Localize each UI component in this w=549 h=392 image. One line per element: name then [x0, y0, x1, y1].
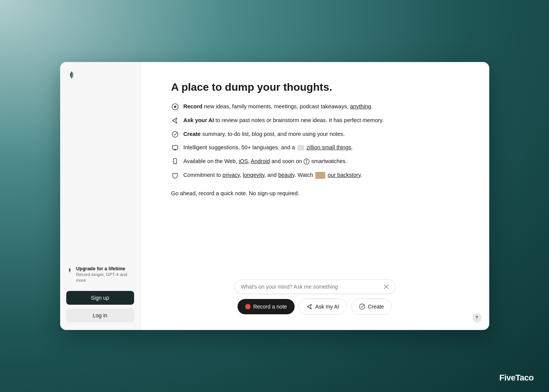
- feature-create: Create summary, to-do list, blog post, a…: [171, 130, 459, 139]
- search-input-row: [234, 279, 395, 294]
- svg-point-1: [174, 106, 176, 108]
- zillion-link[interactable]: zillion small things: [306, 144, 351, 150]
- ask-ai-icon: [171, 117, 179, 124]
- create-icon: [171, 131, 179, 138]
- ask-my-ai-button[interactable]: Ask my AI: [298, 299, 347, 315]
- sidebar-bottom: Upgrade for a lifetime Record longer, GP…: [66, 264, 134, 322]
- help-button[interactable]: ?: [472, 313, 482, 322]
- upgrade-section: Upgrade for a lifetime Record longer, GP…: [66, 264, 134, 287]
- send-icon: [306, 304, 313, 310]
- longevity-link[interactable]: longevity: [243, 172, 264, 178]
- feature-intelligent: Intelligent suggestions, 50+ languages, …: [171, 144, 459, 152]
- search-clear-button[interactable]: [383, 284, 389, 289]
- record-dot-icon: [245, 304, 251, 309]
- feature-ask-ai-text: Ask your AI to review past notes or brai…: [184, 116, 384, 125]
- login-button[interactable]: Log in: [66, 309, 134, 322]
- upgrade-subtitle: Record longer, GPT-4 and more: [76, 272, 134, 283]
- sidebar: Upgrade for a lifetime Record longer, GP…: [60, 62, 141, 330]
- svg-point-5: [175, 163, 175, 163]
- brand-footer: FiveTaco: [499, 373, 534, 383]
- svg-point-8: [359, 304, 365, 309]
- sidebar-logo: [66, 70, 134, 80]
- app-logo-icon: [66, 70, 77, 80]
- feature-record-text: Record new ideas, family moments, meetin…: [184, 103, 373, 111]
- feature-commitment-text: Commitment to privacy, longevity, and be…: [184, 171, 362, 180]
- feature-commitment: Commitment to privacy, longevity, and be…: [171, 171, 459, 180]
- feature-available-text: Available on the Web, iOS, Android and s…: [184, 157, 347, 166]
- upgrade-icon: [66, 266, 73, 273]
- record-icon: [171, 103, 179, 111]
- android-link[interactable]: Android: [251, 158, 270, 164]
- svg-rect-3: [172, 145, 178, 149]
- features-list: Record new ideas, family moments, meetin…: [171, 103, 459, 180]
- backstory-link[interactable]: our backstory: [328, 172, 361, 178]
- anything-link[interactable]: anything: [350, 103, 371, 109]
- smart-icon: [171, 144, 179, 152]
- feature-intelligent-text: Intelligent suggestions, 50+ languages, …: [184, 144, 353, 152]
- create-button[interactable]: Create: [351, 299, 392, 315]
- close-icon: [383, 284, 389, 289]
- feature-ask-ai: Ask your AI to review past notes or brai…: [171, 116, 459, 125]
- ask-my-ai-label: Ask my AI: [315, 304, 339, 310]
- svg-point-7: [306, 160, 307, 161]
- upgrade-text: Upgrade for a lifetime Record longer, GP…: [76, 266, 134, 283]
- commitment-icon: [171, 172, 179, 179]
- cta-text: Go ahead, record a quick note. No sign-u…: [171, 190, 459, 196]
- record-note-label: Record a note: [253, 304, 287, 310]
- feature-create-text: Create summary, to-do list, blog post, a…: [184, 130, 345, 139]
- main-content: A place to dump your thoughts. Record ne…: [141, 62, 489, 330]
- upgrade-title: Upgrade for a lifetime: [76, 266, 134, 272]
- privacy-link[interactable]: privacy: [223, 172, 240, 178]
- phone-icon: [171, 158, 179, 165]
- app-window: Upgrade for a lifetime Record longer, GP…: [60, 62, 489, 330]
- hero-title: A place to dump your thoughts.: [171, 81, 459, 93]
- beauty-link[interactable]: beauty: [278, 172, 294, 178]
- action-buttons-row: Record a note Ask my AI Create: [238, 299, 392, 315]
- search-input[interactable]: [241, 284, 383, 290]
- ios-link[interactable]: iOS: [239, 158, 248, 164]
- bottom-bar: Record a note Ask my AI Create: [141, 279, 489, 315]
- signup-button[interactable]: Sign up: [66, 291, 134, 305]
- brand-name: FiveTaco: [499, 373, 534, 382]
- create-label: Create: [368, 304, 384, 310]
- feature-record: Record new ideas, family moments, meetin…: [171, 103, 459, 111]
- create-btn-icon: [359, 304, 365, 310]
- feature-available: Available on the Web, iOS, Android and s…: [171, 157, 459, 166]
- record-note-button[interactable]: Record a note: [238, 299, 295, 314]
